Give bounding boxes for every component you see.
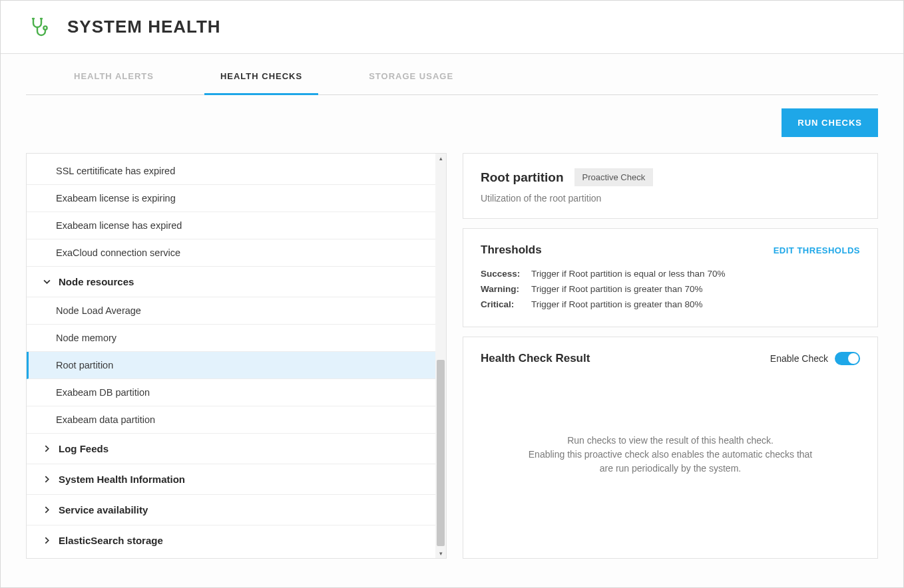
tab-storage-usage[interactable]: STORAGE USAGE — [353, 71, 469, 94]
checks-tree: SSL certitificate has expired Exabeam li… — [27, 154, 435, 558]
tree-group-elasticsearch-storage[interactable]: ElasticSearch storage — [27, 525, 435, 555]
tree-leaf[interactable]: ExaCloud connection service — [27, 239, 435, 267]
tree-group-label: Log Feeds — [59, 443, 109, 454]
tree-leaf[interactable]: SSL certitificate has expired — [27, 154, 435, 185]
chevron-right-icon — [43, 506, 51, 514]
result-card: Health Check Result Enable Check Run che… — [463, 337, 878, 559]
proactive-check-badge: Proactive Check — [574, 168, 654, 186]
tree-leaf[interactable]: Node Load Average — [27, 297, 435, 325]
scroll-down-icon[interactable]: ▾ — [435, 549, 446, 558]
tree-leaf-selected[interactable]: Root partition — [27, 352, 435, 379]
svg-point-0 — [43, 26, 47, 29]
page-title: SYSTEM HEALTH — [67, 17, 221, 37]
detail-subtitle: Utilization of the root partition — [481, 193, 860, 204]
tree-leaf[interactable]: Exabeam data partition — [27, 406, 435, 434]
result-title: Health Check Result — [481, 352, 590, 365]
chevron-right-icon — [43, 476, 51, 483]
stethoscope-icon — [27, 16, 50, 39]
threshold-row-critical: Critical: Trigger if Root partition is g… — [481, 297, 860, 312]
enable-check-label: Enable Check — [770, 353, 828, 364]
tree-leaf[interactable]: Exabeam license is expiring — [27, 185, 435, 212]
threshold-text: Trigger if Root partition is greater tha… — [531, 284, 703, 294]
threshold-row-warning: Warning: Trigger if Root partition is gr… — [481, 281, 860, 297]
tree-group-service-availability[interactable]: Service availability — [27, 495, 435, 525]
result-placeholder: Run checks to view the result of this he… — [481, 365, 860, 543]
threshold-text: Trigger if Root partition is greater tha… — [531, 299, 703, 309]
tree-group-label: System Health Information — [59, 474, 185, 485]
edit-thresholds-link[interactable]: EDIT THRESHOLDS — [774, 245, 860, 255]
tree-group-label: Service availability — [59, 504, 148, 515]
checks-tree-panel: SSL certitificate has expired Exabeam li… — [26, 153, 447, 559]
tree-leaf[interactable]: Exabeam license has expired — [27, 212, 435, 239]
tree-group-node-resources[interactable]: Node resources — [27, 267, 435, 297]
tree-group-system-health-info[interactable]: System Health Information — [27, 464, 435, 495]
threshold-row-success: Success: Trigger if Root partition is eq… — [481, 266, 860, 281]
page-header: SYSTEM HEALTH — [1, 1, 903, 54]
detail-title: Root partition — [481, 170, 564, 185]
chevron-down-icon — [43, 278, 51, 285]
threshold-text: Trigger if Root partition is equal or le… — [531, 269, 725, 279]
result-placeholder-line: Run checks to view the result of this he… — [567, 434, 774, 448]
tab-health-checks[interactable]: HEALTH CHECKS — [204, 71, 318, 94]
thresholds-title: Thresholds — [481, 243, 542, 257]
tree-group-label: Node resources — [59, 276, 134, 287]
threshold-label: Critical: — [481, 299, 522, 309]
scroll-thumb[interactable] — [437, 360, 445, 546]
tabs: HEALTH ALERTS HEALTH CHECKS STORAGE USAG… — [26, 54, 878, 95]
enable-check-toggle[interactable] — [835, 352, 860, 365]
tree-group-label: ElasticSearch storage — [59, 535, 163, 546]
chevron-right-icon — [43, 445, 51, 452]
tree-leaf[interactable]: Exabeam DB partition — [27, 379, 435, 406]
scrollbar[interactable]: ▴ ▾ — [435, 154, 446, 558]
chevron-right-icon — [43, 537, 51, 544]
actions-row: RUN CHECKS — [26, 95, 878, 153]
scroll-up-icon[interactable]: ▴ — [435, 154, 446, 163]
tree-group-log-feeds[interactable]: Log Feeds — [27, 434, 435, 464]
tab-health-alerts[interactable]: HEALTH ALERTS — [58, 71, 170, 94]
tree-leaf[interactable]: Node memory — [27, 325, 435, 352]
result-placeholder-line: Enabling this proactive check also enabl… — [521, 448, 820, 476]
threshold-label: Warning: — [481, 284, 522, 294]
threshold-label: Success: — [481, 269, 522, 279]
detail-card: Root partition Proactive Check Utilizati… — [463, 153, 878, 219]
run-checks-button[interactable]: RUN CHECKS — [782, 108, 878, 137]
thresholds-card: Thresholds EDIT THRESHOLDS Success: Trig… — [463, 228, 878, 327]
